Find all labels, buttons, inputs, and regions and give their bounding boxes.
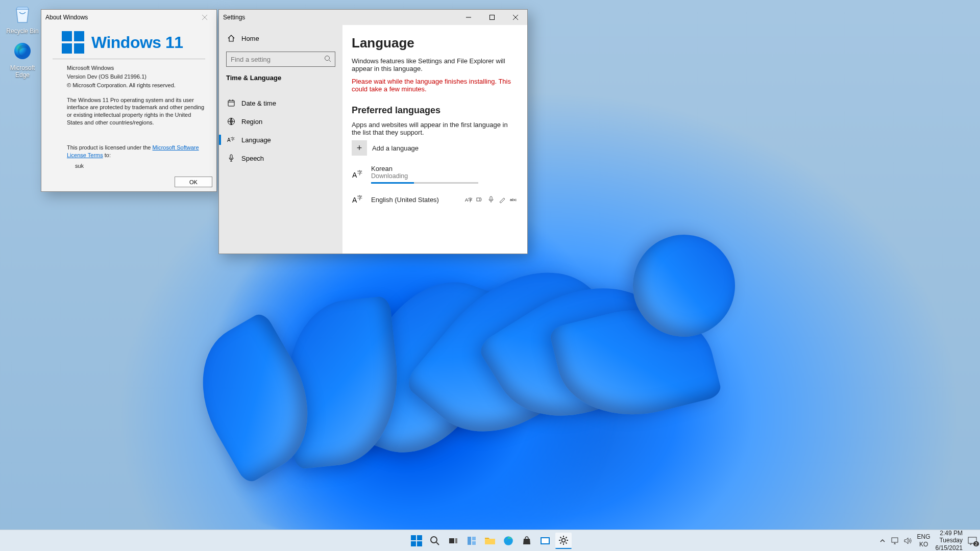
gear-icon	[558, 535, 569, 546]
ok-button[interactable]: OK	[175, 177, 212, 187]
about-para: The Windows 11 Pro operating system and …	[67, 96, 205, 127]
svg-rect-21	[472, 541, 476, 545]
feature-tts-icon	[476, 196, 483, 203]
settings-sidebar: Home Time & Language Date & time Region …	[219, 25, 342, 254]
svg-rect-13	[477, 198, 480, 201]
feature-speech-icon	[487, 196, 495, 203]
page-title: Language	[352, 35, 517, 51]
about-close-button[interactable]	[193, 10, 216, 25]
widgets-button[interactable]	[463, 533, 480, 549]
about-line: Microsoft Windows	[67, 64, 205, 72]
mail-icon	[540, 536, 551, 546]
search-button[interactable]	[427, 533, 443, 549]
feature-handwriting-icon	[499, 196, 506, 203]
language-status: Downloading	[371, 172, 517, 180]
windows-logo-icon	[62, 31, 84, 54]
settings-window: Settings Home Time & Language Date & tim…	[218, 9, 528, 254]
about-user: suk	[67, 162, 205, 170]
svg-text:字: 字	[357, 170, 362, 176]
divider	[53, 59, 205, 59]
close-button[interactable]	[504, 10, 527, 25]
input-language-button[interactable]: ENG KO	[917, 533, 930, 548]
svg-text:字: 字	[357, 195, 362, 201]
desktop-icon-label: Microsoft Edge	[3, 64, 42, 79]
nav-label: Date & time	[241, 99, 276, 107]
network-icon	[891, 537, 899, 544]
language-features: A字 abc	[465, 196, 517, 203]
nav-home[interactable]: Home	[226, 29, 335, 47]
svg-rect-26	[892, 538, 898, 542]
svg-text:A字: A字	[465, 197, 472, 203]
settings-title: Settings	[223, 14, 245, 21]
store-button[interactable]	[519, 533, 535, 549]
notifications-button[interactable]: 2	[968, 536, 977, 545]
svg-text:A: A	[227, 137, 231, 143]
edge-icon	[503, 535, 514, 546]
nav-date-time[interactable]: Date & time	[226, 94, 335, 112]
download-progress	[371, 182, 478, 184]
language-item-korean[interactable]: A字 Korean Downloading	[352, 165, 517, 184]
svg-rect-3	[228, 101, 234, 106]
nav-label: Home	[241, 35, 259, 42]
svg-point-2	[325, 56, 330, 61]
clock-button[interactable]: 2:49 PM Tuesday 6/15/2021	[936, 530, 963, 551]
svg-rect-17	[449, 538, 454, 543]
language-item-english[interactable]: A字 English (United States) A字 abc	[352, 193, 517, 206]
mail-button[interactable]	[537, 533, 553, 549]
add-language-row[interactable]: + Add a language	[352, 140, 517, 156]
nav-label: Speech	[241, 155, 264, 162]
system-tray: ENG KO 2:49 PM Tuesday 6/15/2021 2	[879, 530, 977, 551]
feature-display-icon: A字	[465, 196, 472, 203]
desktop-icon-recycle-bin[interactable]: Recycle Bin	[3, 3, 42, 35]
taskview-icon	[448, 536, 458, 546]
language-name: Korean	[371, 165, 517, 172]
globe-icon	[227, 117, 235, 126]
settings-taskbar-button[interactable]	[555, 533, 572, 549]
section-description: Apps and websites will appear in the fir…	[352, 121, 517, 136]
language-glyph-icon: A字	[352, 193, 365, 206]
maximize-button[interactable]	[480, 10, 504, 25]
close-icon	[513, 15, 518, 20]
network-button[interactable]	[891, 537, 899, 544]
svg-rect-7	[230, 155, 232, 159]
nav-region[interactable]: Region	[226, 112, 335, 131]
maximize-icon	[489, 15, 495, 20]
settings-titlebar[interactable]: Settings	[219, 10, 527, 25]
svg-rect-14	[490, 196, 492, 200]
start-button[interactable]	[408, 533, 425, 549]
svg-rect-19	[468, 537, 471, 545]
search-icon	[430, 536, 440, 546]
about-line: Version Dev (OS Build 21996.1)	[67, 73, 205, 81]
svg-text:字: 字	[231, 137, 235, 141]
minimize-button[interactable]	[457, 10, 480, 25]
nav-language[interactable]: A字 Language	[226, 131, 335, 149]
volume-button[interactable]	[904, 537, 912, 544]
about-titlebar[interactable]: About Windows	[41, 10, 216, 25]
folder-icon	[484, 536, 496, 546]
svg-rect-18	[455, 538, 457, 543]
svg-point-16	[431, 537, 437, 543]
taskbar: ENG KO 2:49 PM Tuesday 6/15/2021 2	[0, 530, 980, 551]
svg-point-25	[562, 538, 566, 542]
about-license: This product is licensed under the Micro…	[67, 144, 205, 159]
warning-text: Please wait while the language finishes …	[352, 78, 517, 93]
nav-label: Region	[241, 118, 262, 126]
nav-speech[interactable]: Speech	[226, 149, 335, 167]
widgets-icon	[467, 536, 477, 546]
desktop-icon-edge[interactable]: Microsoft Edge	[3, 40, 42, 79]
svg-rect-1	[490, 15, 495, 20]
tray-overflow-button[interactable]	[879, 538, 886, 544]
volume-icon	[904, 537, 912, 544]
search-input[interactable]	[226, 52, 335, 67]
category-header: Time & Language	[226, 74, 335, 82]
about-line: © Microsoft Corporation. All rights rese…	[67, 82, 205, 89]
taskview-button[interactable]	[445, 533, 461, 549]
explorer-button[interactable]	[482, 533, 498, 549]
nav-label: Language	[241, 136, 271, 144]
edge-taskbar-button[interactable]	[500, 533, 517, 549]
add-language-label: Add a language	[372, 144, 419, 152]
svg-text:A: A	[352, 171, 357, 179]
minimize-icon	[466, 15, 471, 20]
home-icon	[227, 34, 235, 42]
recycle-bin-icon	[11, 3, 34, 26]
